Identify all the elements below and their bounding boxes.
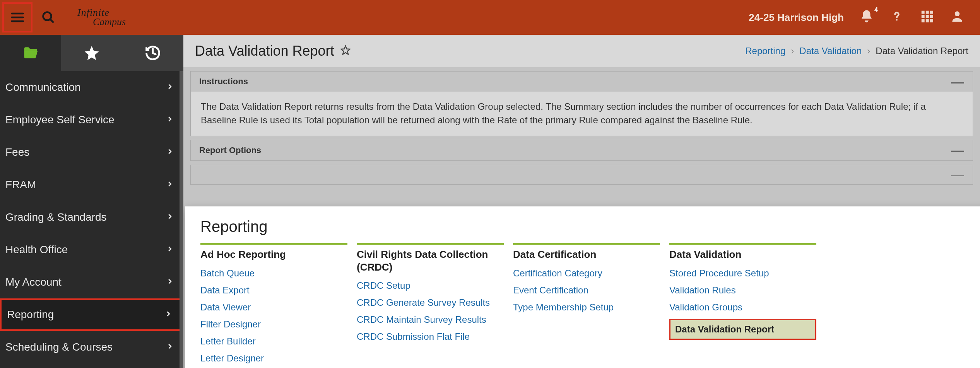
sidebar-item-label: Employee Self Service bbox=[5, 114, 115, 126]
notification-count-badge: 4 bbox=[874, 7, 878, 14]
svg-point-0 bbox=[43, 12, 51, 20]
search-icon bbox=[41, 10, 55, 24]
search-button[interactable] bbox=[35, 4, 62, 31]
apps-button[interactable] bbox=[920, 9, 934, 26]
app-header: Infinite Campus 24-25 Harrison High 4 bbox=[0, 0, 980, 35]
sidebar-item-fees[interactable]: Fees bbox=[0, 136, 183, 169]
popup-col-data-validation: Data Validation Stored Procedure Setup V… bbox=[669, 243, 816, 368]
sidebar-tab-favorites[interactable] bbox=[61, 35, 122, 71]
apps-grid-icon bbox=[920, 9, 934, 24]
page-title: Data Validation Report bbox=[195, 43, 334, 59]
chevron-right-icon bbox=[166, 146, 174, 158]
history-icon bbox=[144, 44, 161, 61]
svg-rect-5 bbox=[926, 15, 929, 18]
bell-icon bbox=[859, 9, 874, 24]
context-label[interactable]: 24-25 Harrison High bbox=[749, 12, 844, 24]
column-heading: Data Validation bbox=[669, 248, 816, 261]
sidebar-item-communication[interactable]: Communication bbox=[0, 71, 183, 104]
column-heading: Civil Rights Data Collection (CRDC) bbox=[357, 248, 504, 273]
instructions-panel-toggle[interactable]: Instructions — bbox=[191, 72, 973, 92]
chevron-right-icon bbox=[166, 244, 174, 256]
link-data-viewer[interactable]: Data Viewer bbox=[200, 302, 347, 313]
sidebar-nav-list: Communication Employee Self Service Fees… bbox=[0, 71, 183, 368]
popup-col-data-certification: Data Certification Certification Categor… bbox=[513, 243, 660, 368]
popup-col-crdc: Civil Rights Data Collection (CRDC) CRDC… bbox=[357, 243, 504, 368]
link-data-export[interactable]: Data Export bbox=[200, 285, 347, 296]
sidebar-item-label: Health Office bbox=[5, 244, 68, 256]
user-icon bbox=[950, 9, 965, 24]
sidebar-item-label: Scheduling & Courses bbox=[5, 341, 113, 353]
svg-rect-2 bbox=[926, 10, 929, 14]
link-batch-queue[interactable]: Batch Queue bbox=[200, 268, 347, 279]
breadcrumb-link-data-validation[interactable]: Data Validation bbox=[799, 46, 862, 56]
link-crdc-maintain[interactable]: CRDC Maintain Survey Results bbox=[357, 314, 504, 325]
sidebar-tabs bbox=[0, 35, 183, 71]
link-stored-procedure-setup[interactable]: Stored Procedure Setup bbox=[669, 268, 816, 279]
link-crdc-generate[interactable]: CRDC Generate Survey Results bbox=[357, 297, 504, 308]
link-validation-rules[interactable]: Validation Rules bbox=[669, 285, 816, 296]
breadcrumb-link-reporting[interactable]: Reporting bbox=[745, 46, 785, 56]
column-heading: Ad Hoc Reporting bbox=[200, 248, 347, 261]
svg-rect-6 bbox=[930, 15, 933, 18]
brand-logo-bottom: Campus bbox=[93, 16, 126, 28]
chevron-right-icon bbox=[166, 81, 174, 94]
chevron-right-icon bbox=[166, 276, 174, 288]
link-letter-designer[interactable]: Letter Designer bbox=[200, 353, 347, 364]
help-button[interactable] bbox=[889, 9, 904, 26]
sidebar-item-label: Fees bbox=[5, 146, 29, 158]
svg-rect-8 bbox=[926, 19, 929, 22]
link-event-certification[interactable]: Event Certification bbox=[513, 285, 660, 296]
column-rule bbox=[200, 243, 347, 245]
instructions-panel-title: Instructions bbox=[199, 77, 248, 87]
link-validation-groups[interactable]: Validation Groups bbox=[669, 302, 816, 313]
main-content: Data Validation Report Reporting › Data … bbox=[183, 35, 980, 368]
breadcrumb: Reporting › Data Validation › Data Valid… bbox=[745, 46, 968, 56]
popup-columns: Ad Hoc Reporting Batch Queue Data Export… bbox=[200, 243, 980, 368]
column-rule bbox=[513, 243, 660, 245]
sidebar-item-label: Grading & Standards bbox=[5, 211, 107, 223]
link-crdc-flatfile[interactable]: CRDC Submission Flat File bbox=[357, 331, 504, 342]
column-rule bbox=[357, 243, 504, 245]
report-options-panel-title: Report Options bbox=[199, 145, 261, 155]
sidebar-tab-history[interactable] bbox=[122, 35, 183, 71]
chevron-right-icon bbox=[166, 114, 174, 126]
report-options-panel-toggle[interactable]: Report Options — bbox=[191, 140, 973, 160]
sidebar-item-grading-standards[interactable]: Grading & Standards bbox=[0, 201, 183, 233]
column-rule bbox=[669, 243, 816, 245]
notifications-button[interactable]: 4 bbox=[859, 9, 874, 26]
sidebar-item-fram[interactable]: FRAM bbox=[0, 169, 183, 201]
help-icon bbox=[889, 9, 904, 24]
svg-rect-3 bbox=[930, 10, 933, 14]
sidebar-item-employee-self-service[interactable]: Employee Self Service bbox=[0, 104, 183, 136]
sidebar-item-label: Communication bbox=[5, 81, 81, 94]
chevron-right-icon bbox=[166, 179, 174, 191]
breadcrumb-separator-icon: › bbox=[867, 46, 870, 56]
favorite-toggle-button[interactable] bbox=[340, 44, 351, 58]
sidebar-item-scheduling-courses[interactable]: Scheduling & Courses bbox=[0, 331, 183, 363]
svg-rect-7 bbox=[922, 19, 925, 22]
breadcrumb-separator-icon: › bbox=[791, 46, 794, 56]
sidebar-item-reporting[interactable]: Reporting bbox=[0, 298, 183, 331]
link-letter-builder[interactable]: Letter Builder bbox=[200, 336, 347, 347]
sidebar-item-health-office[interactable]: Health Office bbox=[0, 233, 183, 266]
sidebar: Communication Employee Self Service Fees… bbox=[0, 35, 183, 368]
link-certification-category[interactable]: Certification Category bbox=[513, 268, 660, 279]
sidebar-tab-folder[interactable] bbox=[0, 35, 61, 71]
svg-rect-4 bbox=[922, 15, 925, 18]
link-filter-designer[interactable]: Filter Designer bbox=[200, 319, 347, 330]
chevron-right-icon bbox=[164, 308, 173, 321]
sidebar-item-label: Reporting bbox=[7, 308, 54, 321]
star-outline-icon bbox=[340, 44, 351, 56]
sidebar-item-label: My Account bbox=[5, 276, 62, 288]
hamburger-icon bbox=[10, 10, 25, 25]
sidebar-item-my-account[interactable]: My Account bbox=[0, 266, 183, 298]
link-data-validation-report[interactable]: Data Validation Report bbox=[669, 319, 816, 340]
link-crdc-setup[interactable]: CRDC Setup bbox=[357, 280, 504, 291]
instructions-panel-body: The Data Validation Report returns resul… bbox=[191, 92, 973, 136]
link-type-membership-setup[interactable]: Type Membership Setup bbox=[513, 302, 660, 313]
user-menu-button[interactable] bbox=[950, 9, 965, 26]
collapsed-panel-1[interactable]: — bbox=[190, 165, 973, 185]
hamburger-menu-button[interactable] bbox=[2, 2, 32, 32]
sidebar-scrollbar[interactable] bbox=[180, 71, 183, 368]
svg-rect-1 bbox=[922, 10, 925, 14]
